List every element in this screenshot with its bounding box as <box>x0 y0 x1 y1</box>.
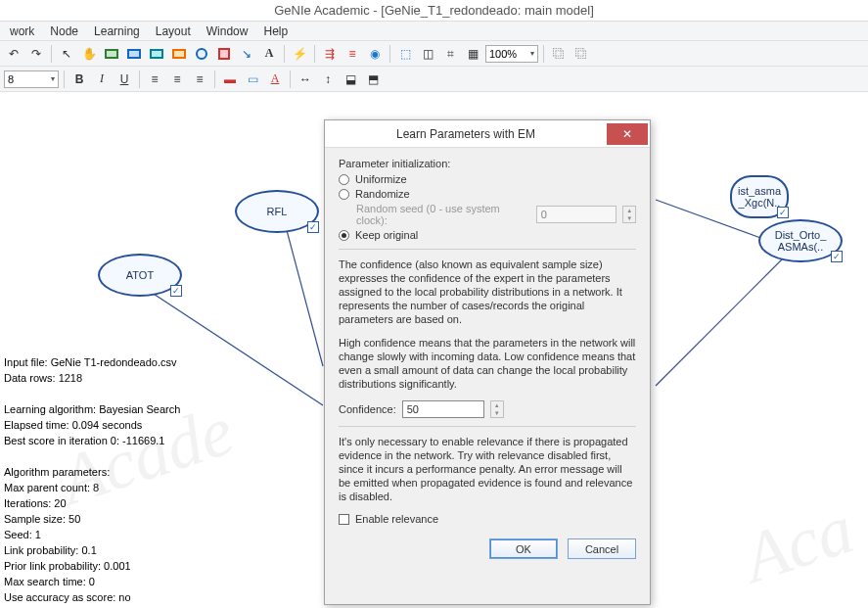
link-icon[interactable]: ↘ <box>237 44 256 64</box>
separator <box>290 70 291 88</box>
font-size-select[interactable]: 8 <box>4 70 59 88</box>
seed-input: 0 <box>536 206 617 223</box>
node-ist-asma[interactable]: ist_asma _Xgc(N.. ✓ <box>730 175 789 218</box>
checkbox-label: Enable relevance <box>355 513 438 525</box>
dialog-button-row: OK Cancel <box>339 538 636 559</box>
info-l10: Seed: 1 <box>4 529 41 540</box>
radio-randomize[interactable]: Randomize <box>339 188 636 200</box>
send-back-icon[interactable]: ⬓ <box>341 70 360 89</box>
line-color-icon[interactable]: ▭ <box>243 70 262 89</box>
separator <box>314 45 315 63</box>
confidence-spinner[interactable]: ▲▼ <box>490 400 504 418</box>
separator <box>51 45 52 63</box>
menu-help[interactable]: Help <box>255 23 296 40</box>
dialog-titlebar[interactable]: Learn Parameters with EM ✕ <box>325 120 650 148</box>
node-check-icon: ✓ <box>831 251 843 262</box>
underline-icon[interactable]: U <box>114 70 134 89</box>
node-teal-icon[interactable] <box>147 44 166 64</box>
node-blue-icon[interactable] <box>124 44 144 64</box>
separator <box>339 426 636 427</box>
node-green-icon[interactable] <box>102 44 121 64</box>
copy2-icon[interactable]: ⿻ <box>571 44 591 64</box>
bold-icon[interactable]: B <box>69 70 89 89</box>
graph1-icon[interactable]: ⬚ <box>395 44 415 64</box>
zoom-select[interactable]: 100% <box>485 45 538 63</box>
menu-work[interactable]: work <box>2 23 42 40</box>
ok-button[interactable]: OK <box>489 538 558 559</box>
random-seed-row: Random seed (0 - use system clock): 0 ▲▼ <box>356 203 636 226</box>
menu-node[interactable]: Node <box>42 23 86 40</box>
toolbar-secondary: 8 B I U ≡ ≡ ≡ ▬ ▭ A ↔ ↕ ⬓ ⬒ <box>0 67 868 92</box>
info-l11: Link probability: 0.1 <box>4 544 97 556</box>
confidence-para1: The confidence (also known as equivalent… <box>339 257 636 326</box>
info-l14: Use accuracy as score: no <box>4 591 131 603</box>
confidence-input[interactable]: 50 <box>402 400 484 418</box>
font-color-icon[interactable]: A <box>265 70 285 89</box>
node-check-icon: ✓ <box>777 207 789 218</box>
italic-icon[interactable]: I <box>92 70 112 89</box>
target-icon[interactable]: ◉ <box>365 44 385 64</box>
undo-icon[interactable]: ↶ <box>4 44 23 64</box>
menu-layout[interactable]: Layout <box>148 23 199 40</box>
status-panel: Input file: GeNie T1-redondeado.csv Data… <box>4 354 180 608</box>
hand-icon[interactable]: ✋ <box>79 44 99 64</box>
menu-window[interactable]: Window <box>199 23 256 40</box>
dist-h-icon[interactable]: ↔ <box>296 70 315 89</box>
fill-color-icon[interactable]: ▬ <box>220 70 240 89</box>
font-size-value: 8 <box>8 73 14 85</box>
info-l4: Elapsed time: 0.094 seconds <box>4 419 142 431</box>
node-check-icon: ✓ <box>170 285 182 297</box>
menu-learning[interactable]: Learning <box>86 23 148 40</box>
dialog-title: Learn Parameters with EM <box>325 127 607 141</box>
radio-label: Randomize <box>355 188 410 200</box>
radio-uniformize[interactable]: Uniformize <box>339 173 636 185</box>
confidence-value: 50 <box>407 403 419 415</box>
node-circle-icon[interactable] <box>192 44 211 64</box>
pointer-icon[interactable]: ↖ <box>57 44 76 64</box>
toolbar-primary: ↶ ↷ ↖ ✋ ↘ A ⚡ ⇶ ≡ ◉ ⬚ ◫ ⌗ ▦ 100% ⿻ ⿻ <box>0 41 868 67</box>
node-label: ist_asma _Xgc(N.. <box>738 185 781 209</box>
button-label: OK <box>516 543 531 555</box>
info-l6: Algorithm parameters: <box>4 466 110 478</box>
param-init-label: Parameter initialization: <box>339 158 636 169</box>
close-icon: ✕ <box>622 127 632 141</box>
layout1-icon[interactable]: ⇶ <box>320 44 340 64</box>
node-atot[interactable]: ATOT ✓ <box>98 254 182 297</box>
radio-label: Keep original <box>355 229 418 241</box>
align-left-icon[interactable]: ≡ <box>145 70 164 89</box>
node-square-icon[interactable] <box>214 44 234 64</box>
grid-icon[interactable]: ▦ <box>463 44 482 64</box>
menubar: work Node Learning Layout Window Help <box>0 22 868 41</box>
dist-v-icon[interactable]: ↕ <box>318 70 338 89</box>
align-right-icon[interactable]: ≡ <box>190 70 209 89</box>
redo-icon[interactable]: ↷ <box>26 44 46 64</box>
update-icon[interactable]: ⚡ <box>290 44 309 64</box>
close-button[interactable]: ✕ <box>607 123 648 145</box>
enable-relevance-checkbox[interactable]: Enable relevance <box>339 513 636 525</box>
window-title: GeNIe Academic - [GeNie_T1_redondeado: m… <box>274 3 594 18</box>
radio-keep-original[interactable]: Keep original <box>339 229 636 241</box>
node-rfl[interactable]: RFL ✓ <box>235 190 319 233</box>
svg-line-3 <box>656 258 783 386</box>
separator <box>389 45 390 63</box>
radio-icon <box>339 230 349 241</box>
node-orange-icon[interactable] <box>169 44 189 64</box>
copy1-icon[interactable]: ⿻ <box>549 44 569 64</box>
graph2-icon[interactable]: ◫ <box>418 44 437 64</box>
node-label: RFL <box>267 206 288 217</box>
align-center-icon[interactable]: ≡ <box>167 70 187 89</box>
layout2-icon[interactable]: ≡ <box>343 44 362 64</box>
text-icon[interactable]: A <box>259 44 279 64</box>
zoom-value: 100% <box>489 48 517 60</box>
bring-front-icon[interactable]: ⬒ <box>363 70 383 89</box>
svg-line-1 <box>284 219 323 366</box>
node-dist-orto[interactable]: Dist_Orto_ ASMAs(.. ✓ <box>758 219 843 262</box>
node-label: Dist_Orto_ ASMAs(.. <box>775 229 827 253</box>
seed-label: Random seed (0 - use system clock): <box>356 203 530 226</box>
checkbox-icon <box>339 514 349 525</box>
watermark: Aca <box>734 489 863 600</box>
info-l8: Iterations: 20 <box>4 497 67 509</box>
cancel-button[interactable]: Cancel <box>568 538 636 559</box>
confidence-label: Confidence: <box>339 403 396 415</box>
graph3-icon[interactable]: ⌗ <box>440 44 460 64</box>
